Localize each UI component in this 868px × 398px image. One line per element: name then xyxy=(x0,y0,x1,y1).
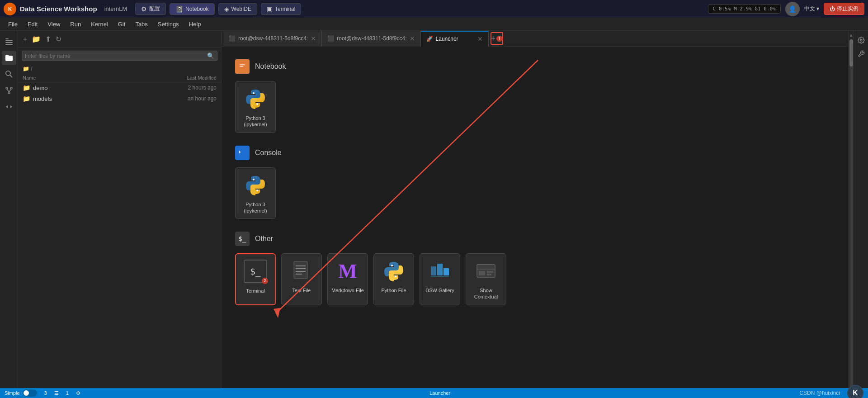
other-section-icon: $_ xyxy=(235,232,250,246)
terminal-button[interactable]: ▣ Terminal xyxy=(261,3,301,15)
refresh-button[interactable]: ↻ xyxy=(54,33,63,45)
mode-toggle-switch[interactable] xyxy=(23,389,37,397)
launcher-python3-notebook[interactable]: Python 3(ipykernel) xyxy=(235,81,276,133)
other-section-title: Other xyxy=(255,235,273,243)
sidebar-git-icon[interactable] xyxy=(2,83,16,98)
power-icon: ⏻ xyxy=(830,6,835,12)
file-name-models: models xyxy=(33,95,158,102)
config-button[interactable]: ⚙ 配置 xyxy=(135,3,166,15)
svg-rect-29 xyxy=(443,268,449,275)
editor-area: ⬛ root@dsw-448311-5d8f9cc4: ✕ ⬛ root@dsw… xyxy=(222,31,848,398)
tab-terminal-2-label: root@dsw-448311-5d8f9cc4: xyxy=(337,35,406,42)
tab-launcher[interactable]: 🚀 Launcher ✕ xyxy=(421,31,489,47)
tab-terminal-1[interactable]: ⬛ root@dsw-448311-5d8f9cc4: ✕ xyxy=(223,31,322,47)
menu-tabs[interactable]: Tabs xyxy=(131,19,152,29)
launcher-text-file[interactable]: Text File xyxy=(281,253,322,305)
tab-terminal-2[interactable]: ⬛ root@dsw-448311-5d8f9cc4: ✕ xyxy=(322,31,420,47)
svg-point-25 xyxy=(391,265,393,266)
search-icon: 🔍 xyxy=(207,52,214,59)
app-logo: K xyxy=(4,3,16,15)
topbar: K Data Science Workshop internLM ⚙ 配置 📓 … xyxy=(0,0,868,18)
notebook-section-icon xyxy=(235,59,250,74)
launcher-python-file[interactable]: Python File xyxy=(373,253,414,305)
launcher-dsw-gallery[interactable]: DSW Gallery xyxy=(420,253,460,305)
svg-rect-14 xyxy=(240,64,245,65)
menu-run[interactable]: Run xyxy=(66,19,85,29)
path-bar: 📁 / xyxy=(18,64,221,74)
menu-git[interactable]: Git xyxy=(113,19,130,29)
scroll-up-button[interactable]: ▲ xyxy=(849,33,854,38)
python3-console-icon xyxy=(243,172,268,198)
svg-rect-5 xyxy=(5,44,13,45)
menu-kernel[interactable]: Kernel xyxy=(86,19,113,29)
menu-edit[interactable]: Edit xyxy=(23,19,42,29)
tab-launcher-label: Launcher xyxy=(436,36,458,42)
sidebar-folder-icon[interactable] xyxy=(2,51,16,65)
tab-terminal-1-label: root@dsw-448311-5d8f9cc4: xyxy=(238,35,308,42)
app-title: Data Science Workshop xyxy=(20,5,97,13)
k-badge[interactable]: K xyxy=(847,385,863,398)
language-button[interactable]: 中文 ▾ xyxy=(804,5,819,13)
console-section-title: Console xyxy=(255,149,282,157)
launcher-show-contextual[interactable]: Show Contextual xyxy=(466,253,506,305)
file-time-demo: 2 hours ago xyxy=(158,85,217,91)
search-box: 🔍 xyxy=(22,51,217,61)
stop-instance-button[interactable]: ⏻ 停止实例 xyxy=(824,3,864,15)
svg-rect-34 xyxy=(487,271,493,273)
scrollbar: ▲ ▼ xyxy=(848,31,854,398)
menu-view[interactable]: View xyxy=(43,19,65,29)
sidebar-search-icon[interactable] xyxy=(2,67,16,81)
gallery-label: DSW Gallery xyxy=(425,287,454,294)
right-wrench-icon[interactable] xyxy=(855,48,867,60)
scroll-thumb[interactable] xyxy=(849,39,853,66)
right-settings-icon[interactable] xyxy=(855,34,867,46)
svg-marker-37 xyxy=(274,308,280,318)
console-section-header: Console xyxy=(235,146,835,160)
terminal-item-icon: $_ 2 xyxy=(243,259,268,284)
svg-rect-3 xyxy=(5,40,13,41)
terminal-label: Terminal xyxy=(275,6,295,12)
new-folder-button[interactable]: 📁 xyxy=(30,33,42,45)
file-item-demo[interactable]: 📁 demo 2 hours ago xyxy=(18,82,221,93)
tab-terminal-2-icon: ⬛ xyxy=(327,35,334,42)
tab-terminal-1-close[interactable]: ✕ xyxy=(311,35,316,42)
tab-launcher-close[interactable]: ✕ xyxy=(477,35,483,43)
console-section-icon xyxy=(235,146,250,160)
tab-terminal-1-icon: ⬛ xyxy=(229,35,236,42)
notebook-button[interactable]: 📓 Notebook xyxy=(170,3,214,15)
launcher-markdown-file[interactable]: M Markdown File xyxy=(327,253,368,305)
sidebar-code-icon[interactable] xyxy=(2,100,16,114)
menu-settings[interactable]: Settings xyxy=(153,19,184,29)
col-name-header: Name xyxy=(23,75,158,81)
search-input[interactable] xyxy=(25,53,207,59)
tab-launcher-icon: 🚀 xyxy=(426,36,433,42)
webide-button[interactable]: ◈ WebIDE xyxy=(218,3,257,15)
file-name-demo: demo xyxy=(33,85,158,91)
notebook-label: Notebook xyxy=(185,6,208,12)
svg-rect-35 xyxy=(487,274,491,275)
webide-label: WebIDE xyxy=(231,6,251,12)
new-file-button[interactable]: + xyxy=(22,34,28,45)
model-badge: internLM xyxy=(104,5,127,12)
svg-point-9 xyxy=(10,87,12,89)
folder-models-icon: 📁 xyxy=(23,95,30,102)
menu-file[interactable]: File xyxy=(4,19,22,29)
launcher-python3-console[interactable]: Python 3(ipykernel) xyxy=(235,167,276,219)
user-avatar[interactable]: 👤 xyxy=(785,2,800,16)
terminal-item-label: Terminal xyxy=(246,288,265,294)
launcher-terminal[interactable]: $_ 2 Terminal xyxy=(235,253,276,305)
plus-icon: + xyxy=(491,34,496,43)
other-items: $_ 2 Terminal xyxy=(235,253,835,305)
file-item-models[interactable]: 📁 models an hour ago xyxy=(18,93,221,104)
python3-notebook-icon xyxy=(243,86,268,111)
svg-text:K: K xyxy=(8,6,12,12)
svg-rect-28 xyxy=(437,264,443,275)
upload-button[interactable]: ⬆ xyxy=(44,33,52,45)
file-panel: + 📁 ⬆ ↻ 🔍 📁 / Name Last Modified 📁 demo … xyxy=(18,31,222,398)
tab-terminal-2-close[interactable]: ✕ xyxy=(410,35,415,42)
new-tab-button[interactable]: + 1 xyxy=(491,32,503,45)
menu-help[interactable]: Help xyxy=(184,19,206,29)
scroll-track xyxy=(849,39,853,389)
sidebar-files-icon[interactable] xyxy=(2,34,16,49)
col-modified-header: Last Modified xyxy=(158,75,217,81)
